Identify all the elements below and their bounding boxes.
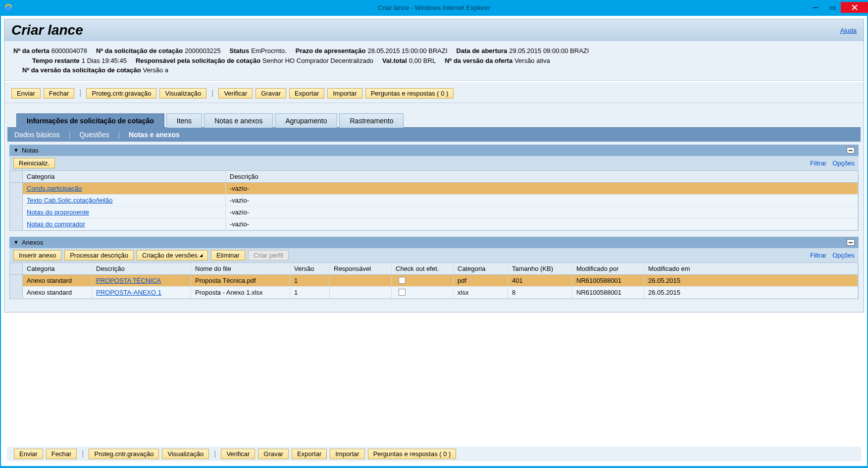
reset-notes-button[interactable]: Reinicializ. — [13, 158, 55, 168]
notes-row[interactable]: Conds.participação -vazio- — [10, 183, 858, 195]
top-toolbar: Enviar Fechar | Proteg.cntr.gravação Vis… — [4, 86, 864, 103]
export-button[interactable]: Exportar — [289, 88, 324, 99]
notes-row[interactable]: Texto Cab.Solic.cotação/leilão -vazio- — [10, 195, 858, 207]
info-panel: Nº da oferta6000004078 Nº da solicitação… — [4, 41, 864, 81]
send-button[interactable]: Enviar — [11, 88, 41, 99]
subtab-notes-attachments[interactable]: Notas e anexos — [129, 131, 180, 139]
attach-col-responsible[interactable]: Responsável — [330, 263, 392, 274]
close-bid-button[interactable]: Fechar — [44, 88, 74, 99]
versions-dropdown[interactable]: Criação de versões◢ — [137, 250, 208, 260]
attach-col-category[interactable]: Categoria — [23, 263, 92, 274]
close-bid-button-bottom[interactable]: Fechar — [46, 449, 77, 459]
preview-button[interactable]: Visualização — [159, 88, 206, 99]
readonly-button-bottom[interactable]: Proteg.cntr.gravação — [89, 449, 159, 459]
insert-attachment-button[interactable]: Inserir anexo — [13, 250, 61, 260]
checkout-checkbox[interactable] — [399, 289, 406, 296]
main-tabs: Informações de solicitação de cotação It… — [4, 103, 864, 127]
attach-col-modby[interactable]: Modificado por — [572, 263, 644, 274]
tab-rfq-info[interactable]: Informações de solicitação de cotação — [16, 113, 164, 128]
tab-grouping[interactable]: Agrupamento — [275, 113, 337, 128]
attach-col-modon[interactable]: Modificado em — [644, 263, 858, 274]
qa-button-bottom[interactable]: Perguntas e respostas ( 0 ) — [368, 449, 457, 459]
attach-col-description[interactable]: Descrição — [92, 263, 191, 274]
attach-filter-link[interactable]: Filtrar — [810, 252, 826, 259]
note-link[interactable]: Texto Cab.Solic.cotação/leilão — [27, 197, 112, 204]
subtab-basic-data[interactable]: Dados básicos — [14, 131, 60, 139]
save-button-bottom[interactable]: Gravar — [258, 449, 289, 459]
minimize-button[interactable]: ─ — [807, 2, 824, 13]
import-button[interactable]: Importar — [327, 88, 362, 99]
sub-tabs: Dados básicos | Questões | Notas e anexo… — [7, 127, 861, 142]
bottom-toolbar: Enviar Fechar | Proteg.cntr.gravação Vis… — [7, 447, 861, 461]
tab-tracking[interactable]: Rastreamento — [339, 113, 404, 128]
export-button-bottom[interactable]: Exportar — [292, 449, 327, 459]
collapse-icon[interactable] — [847, 147, 855, 154]
subtab-questions[interactable]: Questões — [79, 131, 109, 139]
notes-filter-link[interactable]: Filtrar — [810, 159, 826, 167]
delete-button[interactable]: Eliminar — [211, 250, 245, 260]
notes-section-header[interactable]: ▼Notas — [9, 145, 859, 156]
qa-button[interactable]: Perguntas e respostas ( 0 ) — [365, 88, 454, 99]
chevron-down-icon: ◢ — [200, 253, 203, 258]
attachments-section-header[interactable]: ▼Anexos — [9, 237, 859, 248]
edit-description-button[interactable]: Processar descrição — [64, 250, 134, 260]
notes-options-link[interactable]: Opções — [832, 159, 855, 167]
notes-col-description[interactable]: Descrição — [226, 171, 858, 182]
attach-col-checkout[interactable]: Check out efet. — [392, 263, 454, 274]
attach-col-filename[interactable]: Nome do file — [191, 263, 290, 274]
send-button-bottom[interactable]: Enviar — [14, 449, 43, 459]
note-link[interactable]: Conds.participação — [27, 185, 82, 192]
attachment-link[interactable]: PROPOSTA-ANEXO 1 — [96, 289, 161, 296]
caret-down-icon: ▼ — [13, 239, 19, 245]
notes-grid: Categoria Descrição Conds.participação -… — [9, 170, 859, 231]
caret-down-icon: ▼ — [13, 147, 19, 153]
ie-icon — [4, 3, 13, 12]
check-button-bottom[interactable]: Verificar — [221, 449, 255, 459]
notes-row[interactable]: Notas do propronente -vazio- — [10, 207, 858, 218]
checkout-checkbox[interactable] — [399, 277, 406, 284]
note-link[interactable]: Notas do comprador — [27, 220, 85, 228]
attach-col-size[interactable]: Tamanho (KB) — [508, 263, 572, 274]
attach-col-filecat[interactable]: Categoria — [454, 263, 508, 274]
note-link[interactable]: Notas do propronente — [27, 208, 89, 216]
page-title: Criar lance — [11, 22, 83, 38]
maximize-button[interactable]: ▭ — [824, 2, 841, 13]
check-button[interactable]: Verificar — [218, 88, 253, 99]
window-title: Criar lance - Windows Internet Explorer — [378, 4, 490, 11]
close-button[interactable] — [841, 2, 868, 13]
attach-options-link[interactable]: Opções — [832, 252, 855, 259]
attachments-grid: Categoria Descrição Nome do file Versão … — [9, 262, 859, 299]
save-button[interactable]: Gravar — [255, 88, 286, 99]
tab-items[interactable]: Itens — [166, 113, 202, 128]
help-link[interactable]: Ajuda — [840, 27, 857, 34]
attachment-row[interactable]: Anexo standard PROPOSTA TÉCNICA Proposta… — [10, 275, 858, 287]
window-titlebar: Criar lance - Windows Internet Explorer … — [0, 0, 868, 15]
attachment-link[interactable]: PROPOSTA TÉCNICA — [96, 277, 161, 284]
attach-col-version[interactable]: Versão — [290, 263, 330, 274]
create-profile-button: Criar perfil — [248, 250, 289, 260]
page-header: Criar lance Ajuda — [4, 19, 864, 41]
readonly-button[interactable]: Proteg.cntr.gravação — [86, 88, 156, 99]
collapse-icon[interactable] — [847, 239, 855, 246]
notes-row[interactable]: Notas do comprador -vazio- — [10, 218, 858, 230]
tab-notes[interactable]: Notas e anexos — [204, 113, 273, 128]
notes-col-category[interactable]: Categoria — [23, 171, 226, 182]
preview-button-bottom[interactable]: Visualização — [162, 449, 209, 459]
import-button-bottom[interactable]: Importar — [330, 449, 364, 459]
attachment-row[interactable]: Anexo standard PROPOSTA-ANEXO 1 Proposta… — [10, 287, 858, 299]
